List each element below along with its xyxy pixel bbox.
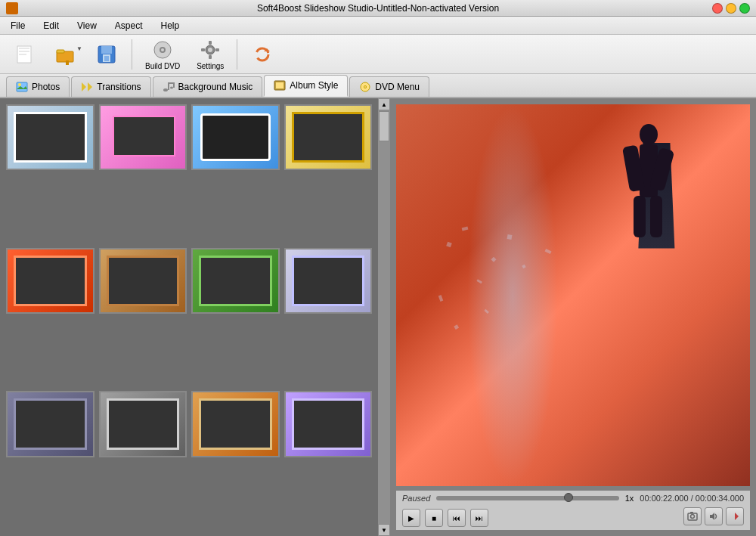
volume-button[interactable]: [705, 507, 723, 525]
new-button[interactable]: [6, 39, 44, 70]
settings-label: Settings: [197, 62, 224, 70]
style-thumb-8[interactable]: [284, 248, 373, 314]
next-button[interactable]: ⏭: [470, 509, 488, 527]
menu-help[interactable]: Help: [156, 19, 184, 33]
style-thumb-2[interactable]: [99, 104, 187, 170]
save-icon: [94, 42, 119, 67]
style-thumb-6[interactable]: [99, 248, 187, 314]
scroll-thumb[interactable]: [379, 111, 389, 141]
style-thumb-1[interactable]: [6, 104, 94, 170]
screenshot-button[interactable]: [683, 507, 702, 525]
tab-photos[interactable]: Photos: [6, 76, 70, 97]
scroll-up[interactable]: ▲: [378, 98, 390, 110]
menu-edit[interactable]: Edit: [39, 19, 64, 33]
svg-rect-44: [461, 227, 468, 231]
svg-rect-17: [209, 55, 212, 59]
open-icon: [54, 42, 78, 67]
play-button[interactable]: ▶: [402, 509, 420, 527]
tab-dvd-menu[interactable]: DVD Menu: [349, 76, 429, 97]
transitions-icon: [81, 81, 93, 93]
window-controls: [712, 3, 750, 14]
menu-aspect[interactable]: Aspect: [110, 19, 147, 33]
tab-photos-label: Photos: [32, 82, 60, 92]
svg-rect-8: [101, 46, 112, 54]
svg-rect-51: [544, 249, 551, 254]
svg-rect-43: [446, 242, 452, 248]
svg-rect-45: [491, 257, 496, 262]
menu-file[interactable]: File: [6, 19, 29, 33]
expand-button[interactable]: [726, 507, 744, 525]
album-icon: [274, 79, 286, 91]
svg-rect-6: [66, 60, 69, 65]
tab-album-style-label: Album Style: [290, 80, 338, 91]
svg-rect-33: [276, 82, 284, 88]
grid-scrollbar[interactable]: ▲ ▼: [378, 98, 390, 536]
svg-rect-41: [634, 196, 646, 237]
toolbar-sep-1: [132, 39, 132, 70]
photo-icon: [16, 81, 28, 93]
build-dvd-button[interactable]: Build DVD: [138, 34, 187, 74]
style-thumb-4[interactable]: [284, 104, 373, 170]
tab-dvd-menu-label: DVD Menu: [375, 82, 420, 92]
preview-background: [396, 104, 750, 486]
dvd-icon: [359, 81, 371, 93]
svg-rect-52: [484, 309, 489, 314]
style-thumb-9[interactable]: [6, 391, 94, 457]
scroll-down[interactable]: ▼: [378, 524, 390, 536]
open-button[interactable]: ▼: [47, 39, 85, 70]
style-thumb-10[interactable]: [99, 391, 187, 457]
svg-point-36: [364, 86, 366, 88]
preview-panel: Paused 1x 00:00:22.000 / 00:00:34.000 ▶ …: [390, 98, 756, 536]
play-icon: ▶: [408, 514, 414, 522]
svg-point-27: [163, 88, 168, 91]
playback-controls: ▶ ■ ⏮ ⏭: [402, 506, 488, 527]
svg-point-15: [208, 48, 212, 52]
svg-rect-55: [690, 512, 693, 513]
seek-bar[interactable]: [436, 496, 618, 500]
maximize-button[interactable]: [739, 3, 750, 14]
svg-rect-49: [522, 265, 525, 268]
svg-marker-26: [88, 82, 92, 91]
stop-button[interactable]: ■: [425, 509, 443, 527]
svg-point-30: [170, 87, 173, 89]
preview-controls: Paused 1x 00:00:22.000 / 00:00:34.000 ▶ …: [396, 491, 750, 530]
new-icon: [13, 42, 37, 67]
settings-icon: [198, 38, 222, 62]
preview-status-bar: Paused 1x 00:00:22.000 / 00:00:34.000: [402, 494, 744, 503]
style-thumb-7[interactable]: [191, 248, 280, 314]
svg-marker-57: [735, 513, 739, 520]
tab-background-music[interactable]: Background Music: [153, 76, 263, 97]
tab-album-style[interactable]: Album Style: [264, 75, 348, 97]
rotate-button[interactable]: [243, 39, 281, 70]
app-icon: [6, 2, 18, 14]
prev-button[interactable]: ⏮: [448, 509, 466, 527]
expand-icon: [730, 511, 740, 522]
style-thumb-5[interactable]: [6, 248, 94, 314]
seek-thumb[interactable]: [564, 493, 573, 502]
svg-rect-47: [438, 295, 443, 302]
stop-icon: ■: [432, 514, 436, 522]
style-thumb-3[interactable]: [191, 104, 280, 170]
svg-rect-2: [19, 51, 29, 52]
build-dvd-label: Build DVD: [145, 62, 180, 70]
scroll-track[interactable]: [378, 110, 390, 524]
menu-view[interactable]: View: [73, 19, 101, 33]
tab-transitions[interactable]: Transitions: [71, 76, 150, 97]
svg-rect-29: [168, 82, 173, 84]
svg-rect-3: [19, 54, 26, 55]
menubar: File Edit View Aspect Help: [0, 17, 756, 35]
style-thumb-11[interactable]: [191, 391, 280, 457]
svg-rect-19: [215, 48, 219, 51]
settings-button[interactable]: Settings: [190, 34, 231, 74]
titlebar: Soft4Boost Slideshow Studio-Untitled-Non…: [0, 0, 756, 17]
window-title: Soft4Boost Slideshow Studio-Untitled-Non…: [257, 3, 499, 14]
save-button[interactable]: [88, 39, 125, 70]
minimize-button[interactable]: [726, 3, 736, 14]
style-thumb-12[interactable]: [284, 391, 373, 457]
toolbar: ▼ Build DVD: [0, 35, 756, 74]
tab-background-music-label: Background Music: [178, 82, 253, 92]
tab-transitions-label: Transitions: [97, 82, 141, 92]
svg-point-54: [691, 515, 695, 519]
close-button[interactable]: [712, 3, 723, 14]
main-area: ▲ ▼: [0, 98, 756, 536]
